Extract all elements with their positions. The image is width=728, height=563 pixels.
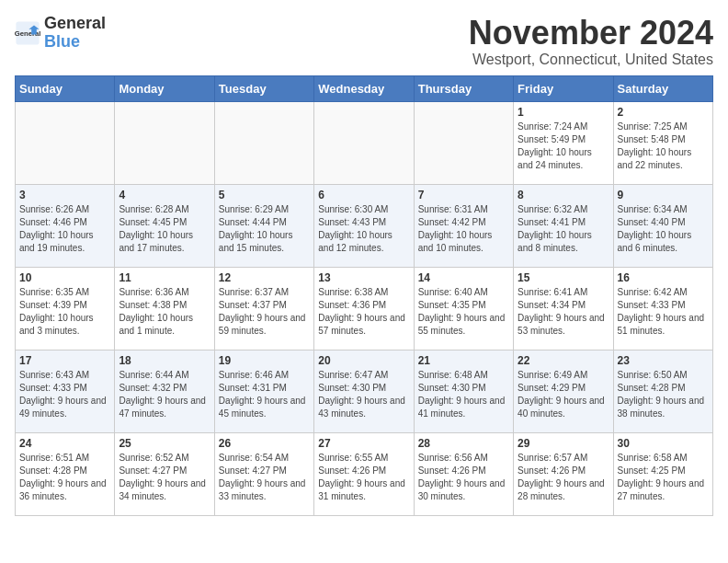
calendar-cell: 18Sunrise: 6:44 AM Sunset: 4:32 PM Dayli… — [115, 350, 214, 432]
weekday-header-sunday: Sunday — [16, 75, 115, 101]
day-info: Sunrise: 6:42 AM Sunset: 4:33 PM Dayligh… — [618, 286, 709, 338]
calendar-cell: 10Sunrise: 6:35 AM Sunset: 4:39 PM Dayli… — [16, 267, 115, 350]
day-number: 3 — [19, 189, 110, 201]
calendar-cell: 7Sunrise: 6:31 AM Sunset: 4:42 PM Daylig… — [414, 184, 513, 267]
calendar-cell — [214, 101, 313, 184]
calendar-cell: 22Sunrise: 6:49 AM Sunset: 4:29 PM Dayli… — [514, 350, 613, 432]
day-info: Sunrise: 6:48 AM Sunset: 4:30 PM Dayligh… — [418, 369, 509, 420]
day-number: 28 — [418, 437, 509, 450]
calendar-cell: 3Sunrise: 6:26 AM Sunset: 4:46 PM Daylig… — [16, 184, 115, 267]
day-info: Sunrise: 6:51 AM Sunset: 4:28 PM Dayligh… — [19, 452, 110, 503]
day-info: Sunrise: 6:50 AM Sunset: 4:28 PM Dayligh… — [618, 369, 709, 420]
calendar-cell: 4Sunrise: 6:28 AM Sunset: 4:45 PM Daylig… — [115, 184, 214, 267]
calendar-cell: 17Sunrise: 6:43 AM Sunset: 4:33 PM Dayli… — [16, 350, 115, 432]
day-number: 1 — [518, 106, 609, 119]
calendar-cell: 9Sunrise: 6:34 AM Sunset: 4:40 PM Daylig… — [613, 184, 712, 267]
logo-line2: Blue — [44, 33, 106, 52]
day-info: Sunrise: 6:52 AM Sunset: 4:27 PM Dayligh… — [119, 452, 210, 503]
day-number: 11 — [119, 271, 210, 284]
calendar-cell: 20Sunrise: 6:47 AM Sunset: 4:30 PM Dayli… — [314, 350, 414, 432]
day-number: 5 — [219, 189, 310, 201]
day-info: Sunrise: 6:34 AM Sunset: 4:40 PM Dayligh… — [618, 203, 709, 255]
weekday-header-row: SundayMondayTuesdayWednesdayThursdayFrid… — [16, 75, 713, 101]
day-info: Sunrise: 6:41 AM Sunset: 4:34 PM Dayligh… — [518, 286, 609, 338]
calendar-cell: 1Sunrise: 7:24 AM Sunset: 5:49 PM Daylig… — [514, 101, 613, 184]
day-number: 26 — [219, 437, 310, 450]
day-number: 19 — [219, 354, 310, 367]
day-number: 30 — [618, 437, 709, 450]
weekday-header-saturday: Saturday — [613, 75, 712, 101]
day-info: Sunrise: 6:47 AM Sunset: 4:30 PM Dayligh… — [318, 369, 409, 420]
day-info: Sunrise: 6:40 AM Sunset: 4:35 PM Dayligh… — [418, 286, 509, 338]
day-info: Sunrise: 6:54 AM Sunset: 4:27 PM Dayligh… — [219, 452, 310, 503]
day-info: Sunrise: 6:36 AM Sunset: 4:38 PM Dayligh… — [119, 286, 210, 338]
calendar-cell: 2Sunrise: 7:25 AM Sunset: 5:48 PM Daylig… — [613, 101, 712, 184]
calendar-cell: 12Sunrise: 6:37 AM Sunset: 4:37 PM Dayli… — [214, 267, 313, 350]
day-info: Sunrise: 6:56 AM Sunset: 4:26 PM Dayligh… — [418, 452, 509, 503]
calendar-week-row: 24Sunrise: 6:51 AM Sunset: 4:28 PM Dayli… — [16, 432, 713, 515]
day-number: 4 — [119, 189, 210, 201]
day-number: 12 — [219, 271, 310, 284]
calendar-cell — [314, 101, 414, 184]
day-info: Sunrise: 6:46 AM Sunset: 4:31 PM Dayligh… — [219, 369, 310, 420]
day-info: Sunrise: 6:49 AM Sunset: 4:29 PM Dayligh… — [518, 369, 609, 420]
day-number: 15 — [518, 271, 609, 284]
calendar-cell: 13Sunrise: 6:38 AM Sunset: 4:36 PM Dayli… — [314, 267, 414, 350]
day-info: Sunrise: 6:57 AM Sunset: 4:26 PM Dayligh… — [518, 452, 609, 503]
day-info: Sunrise: 6:26 AM Sunset: 4:46 PM Dayligh… — [19, 203, 110, 255]
day-number: 6 — [318, 189, 409, 201]
logo-icon: General — [15, 20, 40, 46]
logo-text: General Blue — [44, 15, 106, 52]
calendar-cell: 15Sunrise: 6:41 AM Sunset: 4:34 PM Dayli… — [514, 267, 613, 350]
day-info: Sunrise: 6:28 AM Sunset: 4:45 PM Dayligh… — [119, 203, 210, 255]
weekday-header-monday: Monday — [115, 75, 214, 101]
month-title: November 2024 — [469, 15, 713, 52]
calendar-cell: 14Sunrise: 6:40 AM Sunset: 4:35 PM Dayli… — [414, 267, 513, 350]
day-info: Sunrise: 6:58 AM Sunset: 4:25 PM Dayligh… — [618, 452, 709, 503]
day-number: 24 — [19, 437, 110, 450]
day-info: Sunrise: 7:25 AM Sunset: 5:48 PM Dayligh… — [618, 121, 709, 172]
calendar-cell: 11Sunrise: 6:36 AM Sunset: 4:38 PM Dayli… — [115, 267, 214, 350]
calendar-cell: 29Sunrise: 6:57 AM Sunset: 4:26 PM Dayli… — [514, 432, 613, 515]
day-number: 2 — [618, 106, 709, 119]
day-number: 14 — [418, 271, 509, 284]
calendar-cell: 6Sunrise: 6:30 AM Sunset: 4:43 PM Daylig… — [314, 184, 414, 267]
day-info: Sunrise: 6:29 AM Sunset: 4:44 PM Dayligh… — [219, 203, 310, 255]
day-info: Sunrise: 6:55 AM Sunset: 4:26 PM Dayligh… — [318, 452, 409, 503]
calendar-cell: 24Sunrise: 6:51 AM Sunset: 4:28 PM Dayli… — [16, 432, 115, 515]
weekday-header-tuesday: Tuesday — [214, 75, 313, 101]
calendar-cell: 23Sunrise: 6:50 AM Sunset: 4:28 PM Dayli… — [613, 350, 712, 432]
title-area: November 2024 Westport, Connecticut, Uni… — [469, 15, 713, 68]
day-info: Sunrise: 6:35 AM Sunset: 4:39 PM Dayligh… — [19, 286, 110, 338]
weekday-header-wednesday: Wednesday — [314, 75, 414, 101]
day-info: Sunrise: 6:32 AM Sunset: 4:41 PM Dayligh… — [518, 203, 609, 255]
calendar-week-row: 10Sunrise: 6:35 AM Sunset: 4:39 PM Dayli… — [16, 267, 713, 350]
logo-line1: General — [44, 15, 106, 33]
day-number: 7 — [418, 189, 509, 201]
day-number: 17 — [19, 354, 110, 367]
day-info: Sunrise: 6:43 AM Sunset: 4:33 PM Dayligh… — [19, 369, 110, 420]
location-title: Westport, Connecticut, United States — [469, 52, 713, 68]
calendar-cell: 26Sunrise: 6:54 AM Sunset: 4:27 PM Dayli… — [214, 432, 313, 515]
weekday-header-friday: Friday — [514, 75, 613, 101]
day-number: 25 — [119, 437, 210, 450]
day-number: 23 — [618, 354, 709, 367]
day-number: 10 — [19, 271, 110, 284]
calendar-week-row: 17Sunrise: 6:43 AM Sunset: 4:33 PM Dayli… — [16, 350, 713, 432]
calendar-cell: 30Sunrise: 6:58 AM Sunset: 4:25 PM Dayli… — [613, 432, 712, 515]
day-number: 21 — [418, 354, 509, 367]
calendar-week-row: 3Sunrise: 6:26 AM Sunset: 4:46 PM Daylig… — [16, 184, 713, 267]
day-number: 18 — [119, 354, 210, 367]
day-info: Sunrise: 6:30 AM Sunset: 4:43 PM Dayligh… — [318, 203, 409, 255]
day-number: 27 — [318, 437, 409, 450]
day-number: 13 — [318, 271, 409, 284]
calendar-cell — [16, 101, 115, 184]
calendar-cell: 21Sunrise: 6:48 AM Sunset: 4:30 PM Dayli… — [414, 350, 513, 432]
calendar-cell: 8Sunrise: 6:32 AM Sunset: 4:41 PM Daylig… — [514, 184, 613, 267]
calendar-table: SundayMondayTuesdayWednesdayThursdayFrid… — [15, 75, 713, 516]
calendar-cell: 25Sunrise: 6:52 AM Sunset: 4:27 PM Dayli… — [115, 432, 214, 515]
calendar-week-row: 1Sunrise: 7:24 AM Sunset: 5:49 PM Daylig… — [16, 101, 713, 184]
calendar-cell — [115, 101, 214, 184]
header: General General Blue November 2024 Westp… — [15, 15, 713, 68]
day-number: 20 — [318, 354, 409, 367]
